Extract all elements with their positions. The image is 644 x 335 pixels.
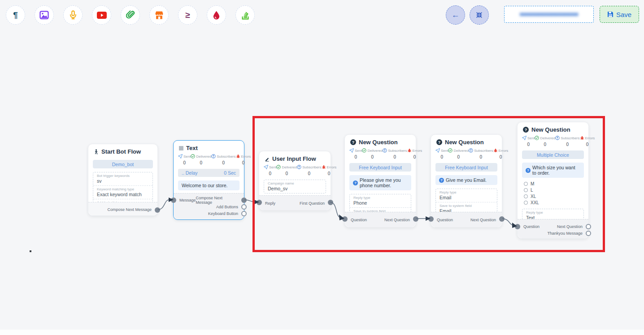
- port-next-question[interactable]: [586, 224, 591, 229]
- next-question-label: Next Question: [384, 218, 410, 222]
- radio-icon[interactable]: [524, 182, 528, 186]
- port-next-question[interactable]: [413, 216, 418, 222]
- toolbar-ecommerce-button[interactable]: [149, 5, 169, 25]
- option-l[interactable]: L: [524, 188, 584, 193]
- sent-icon: [264, 165, 268, 169]
- next-question-label: Next Question: [470, 218, 496, 222]
- stats-row: Sent 0 Delivered 0 Subscribers 0 Errors …: [264, 165, 326, 176]
- node-new-question-multiple-choice[interactable]: ? New Question Sent 0 Delivered 0 Subscr…: [517, 122, 589, 239]
- stats-row: Sent 0 Delivered 0 Subscribers 0 Errors …: [349, 148, 411, 159]
- thankyou-message-label: Thankyou Message: [547, 231, 583, 236]
- message-bubble[interactable]: Welcome to our store.: [178, 180, 239, 190]
- canvas-dot: [30, 250, 31, 252]
- fit-view-button[interactable]: [470, 5, 489, 25]
- save-button[interactable]: Save: [600, 6, 639, 23]
- node-title: New Question: [531, 126, 570, 133]
- radio-icon[interactable]: [524, 201, 528, 205]
- node-user-input-flow[interactable]: User Input Flow Sent 0 Delivered 0 Subsc…: [259, 151, 331, 210]
- question-icon: ?: [350, 139, 356, 145]
- errors-icon: [236, 154, 240, 159]
- compress-arrows-icon: [476, 12, 483, 18]
- radio-icon[interactable]: [524, 194, 528, 198]
- option-xxl[interactable]: XXL: [524, 200, 584, 205]
- toolbar-text-button[interactable]: ¶: [6, 5, 25, 25]
- port-thankyou-message[interactable]: [586, 231, 591, 236]
- port-first-question[interactable]: [328, 200, 333, 205]
- node-start-bot-flow[interactable]: Start Bot Flow Demo_bot Bot trigger keyw…: [88, 144, 158, 216]
- bot-name-button[interactable]: Demo_bot: [93, 160, 153, 168]
- image-icon: [39, 10, 49, 20]
- toolbar-drip-button[interactable]: [207, 5, 226, 25]
- delivered-icon: [448, 148, 453, 153]
- node-start-footer: Compose Next Message: [88, 202, 157, 215]
- field-reply-type[interactable]: Reply type Phone: [350, 194, 411, 207]
- walking-person-icon: [94, 149, 99, 155]
- question-type-button[interactable]: Free Keyboard Input: [349, 163, 411, 172]
- stats-row: Sent 0 Delivered 0 Subscribers 0 Errors …: [178, 154, 239, 165]
- port-reply-in[interactable]: [257, 200, 262, 205]
- next-question-label: Next Question: [557, 224, 583, 229]
- stat-sent: Sent 0: [264, 165, 276, 176]
- uif-fieldbox: Campaign name Demo_sv: [264, 180, 326, 193]
- subscribers-icon: [469, 148, 473, 153]
- delay-bar[interactable]: .. Delay 0 Sec: [178, 169, 239, 177]
- port-message-in[interactable]: [171, 198, 176, 203]
- radio-icon[interactable]: [524, 188, 528, 192]
- question-type-button[interactable]: Free Keyboard Input: [435, 163, 497, 172]
- stat-sent: Sent 0: [349, 148, 362, 159]
- flow-name-field[interactable]: ■■■■■■■■■■■■■■■■■■: [504, 6, 594, 23]
- question-port-label: Question: [351, 218, 367, 222]
- node-q2-header: ? New Question: [431, 135, 502, 147]
- errors-icon: [493, 148, 498, 153]
- question-port-label: Question: [523, 224, 540, 229]
- stat-sent: Sent 0: [435, 148, 448, 159]
- toolbar-file-button[interactable]: [121, 5, 140, 25]
- toolbar-image-button[interactable]: [35, 5, 54, 25]
- node-text[interactable]: Text Sent 0 Delivered 0 Subscribers 0 Er…: [173, 140, 244, 220]
- field-campaign-name[interactable]: Campaign name Demo_sv: [264, 180, 326, 193]
- field-bot-trigger-keywords[interactable]: Bot trigger keywords sv: [93, 172, 152, 185]
- question-bubble[interactable]: ? Please give me you phone number.: [349, 175, 411, 190]
- node-new-question-phone[interactable]: ? New Question Sent 0 Delivered 0 Subscr…: [344, 134, 416, 228]
- port-question-in[interactable]: [428, 216, 434, 222]
- port-next-question[interactable]: [499, 216, 505, 222]
- toolbar-sequence-button[interactable]: [235, 5, 255, 25]
- stat-sent: Sent 0: [522, 136, 535, 147]
- subscribers-icon: [383, 148, 387, 153]
- port-question-in[interactable]: [515, 224, 520, 229]
- sent-icon: [349, 148, 354, 153]
- port-compose-next-message[interactable]: [155, 207, 160, 213]
- question-icon: ?: [436, 139, 442, 145]
- stats-row: Sent 0 Delivered 0 Subscribers 0 Errors …: [522, 136, 584, 147]
- port-add-buttons[interactable]: [241, 204, 247, 210]
- question-type-button[interactable]: Multiple Choice: [522, 150, 584, 159]
- subscribers-icon: [297, 165, 301, 169]
- port-compose-next-message[interactable]: [241, 198, 247, 203]
- stats-row: Sent 0 Delivered 0 Subscribers 0 Errors …: [435, 148, 497, 159]
- reply-port-label: Reply: [265, 201, 275, 206]
- option-xl[interactable]: XL: [524, 194, 584, 199]
- field-reply-type[interactable]: Reply type Email: [436, 189, 497, 202]
- toolbar-condition-button[interactable]: ≥: [178, 5, 197, 25]
- question-port-label: Question: [437, 218, 453, 222]
- stat-subscribers: Subscribers 0: [211, 154, 235, 165]
- errors-icon: [322, 165, 326, 169]
- back-button[interactable]: ←: [446, 5, 465, 25]
- port-keyboard-button[interactable]: [241, 211, 247, 216]
- stat-subscribers: Subscribers 0: [555, 136, 579, 147]
- node-title: Start Bot Flow: [101, 148, 141, 155]
- node-title: New Question: [359, 139, 398, 146]
- question-bubble[interactable]: ? Which size you want to order.: [522, 163, 584, 178]
- port-question-in[interactable]: [342, 216, 348, 222]
- delay-value: 0 Sec: [224, 170, 236, 176]
- question-bubble[interactable]: ? Give me you Email.: [435, 175, 497, 185]
- node-new-question-email[interactable]: ? New Question Sent 0 Delivered 0 Subscr…: [431, 134, 502, 228]
- stack-icon: [241, 11, 250, 20]
- field-keyword-matching-type[interactable]: Keyword matching type Exact keyword matc…: [93, 185, 152, 199]
- node-title: New Question: [445, 139, 484, 146]
- option-m[interactable]: M: [524, 181, 584, 186]
- node-q3-header: ? New Question: [518, 122, 588, 134]
- stat-sent: Sent 0: [178, 154, 191, 165]
- toolbar-audio-button[interactable]: [63, 5, 83, 25]
- toolbar-video-button[interactable]: [92, 5, 111, 25]
